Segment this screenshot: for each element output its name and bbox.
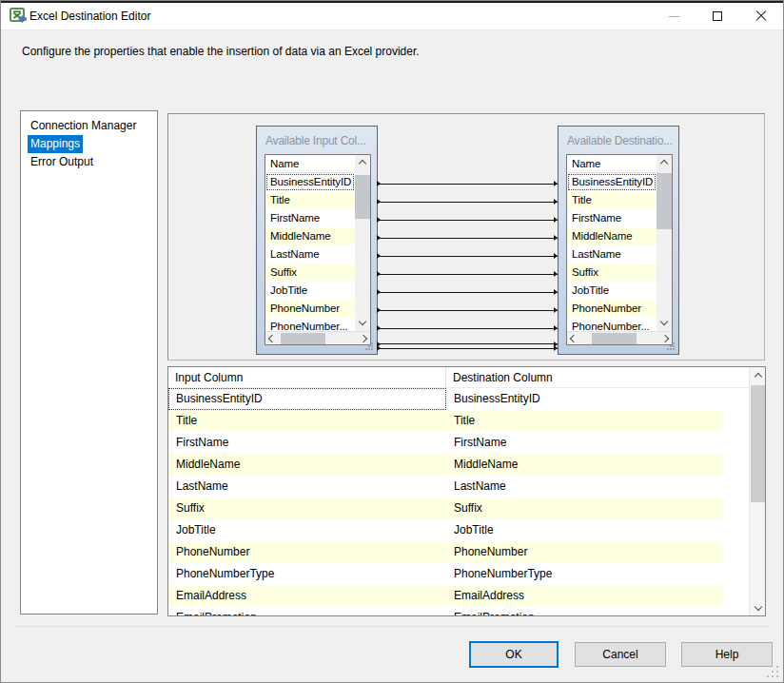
- input-column-cell[interactable]: EmailPromotion: [168, 607, 446, 616]
- scrollbar-thumb[interactable]: [657, 173, 672, 229]
- scroll-up-icon[interactable]: [660, 160, 668, 167]
- input-list-horizontal-scrollbar[interactable]: [265, 331, 370, 344]
- maximize-button[interactable]: [696, 3, 739, 30]
- destination-list-vertical-scrollbar[interactable]: [657, 155, 672, 331]
- scroll-down-icon[interactable]: [755, 603, 762, 611]
- column-item[interactable]: FirstName: [567, 209, 657, 227]
- column-item[interactable]: BusinessEntityID: [567, 173, 657, 191]
- input-column-cell[interactable]: MiddleName: [168, 454, 446, 476]
- destination-column-header[interactable]: Destination Column: [446, 367, 723, 388]
- nav-item-mappings[interactable]: Mappings: [21, 135, 157, 153]
- destination-column-cell[interactable]: Suffix: [446, 498, 723, 519]
- pages-list: Connection ManagerMappingsError Output: [20, 110, 158, 615]
- scroll-up-icon[interactable]: [755, 373, 762, 381]
- nav-item-connection-manager[interactable]: Connection Manager: [21, 117, 157, 135]
- destination-list-horizontal-scrollbar[interactable]: [567, 331, 672, 344]
- mapping-connector-line[interactable]: [378, 292, 558, 293]
- window-resize-grip[interactable]: [767, 666, 779, 678]
- destination-column-cell[interactable]: MiddleName: [446, 454, 723, 476]
- column-item[interactable]: PhoneNumber: [265, 300, 355, 318]
- mapping-connector-line[interactable]: [378, 202, 558, 203]
- column-item[interactable]: PhoneNumber...: [265, 318, 355, 331]
- grid-header: Input Column Destination Column: [168, 367, 750, 388]
- grid-vertical-scrollbar[interactable]: [749, 367, 765, 615]
- destination-column-cell[interactable]: PhoneNumber: [446, 541, 723, 563]
- destination-column-cell[interactable]: EmailAddress: [446, 585, 723, 607]
- column-item[interactable]: LastName: [265, 245, 355, 263]
- destination-column-cell[interactable]: JobTitle: [446, 519, 723, 541]
- mapping-connector-line[interactable]: [378, 348, 558, 349]
- scrollbar-thumb[interactable]: [751, 385, 766, 502]
- nav-item-label: Connection Manager: [28, 117, 139, 135]
- scroll-up-icon[interactable]: [359, 160, 366, 167]
- column-item[interactable]: LastName: [567, 245, 657, 263]
- nav-item-error-output[interactable]: Error Output: [21, 153, 157, 171]
- mapping-connector-line[interactable]: [378, 343, 558, 344]
- available-destination-columns-box[interactable]: Available Destinatio... NameBusinessEnti…: [558, 126, 679, 355]
- scroll-left-icon[interactable]: [268, 335, 276, 342]
- column-item[interactable]: JobTitle: [265, 282, 355, 300]
- mapping-connector-line[interactable]: [378, 184, 558, 185]
- close-button[interactable]: [739, 3, 783, 30]
- column-item[interactable]: FirstName: [265, 209, 355, 227]
- box-resize-grip[interactable]: [667, 342, 676, 351]
- column-item[interactable]: Title: [567, 191, 657, 209]
- mapping-row: JobTitleJobTitle: [168, 519, 723, 541]
- minimize-button[interactable]: [652, 3, 696, 30]
- destination-column-cell[interactable]: Title: [446, 410, 723, 432]
- input-column-cell[interactable]: JobTitle: [168, 519, 446, 541]
- scroll-right-icon[interactable]: [661, 335, 669, 342]
- column-item[interactable]: PhoneNumber: [567, 300, 657, 318]
- destination-column-cell[interactable]: FirstName: [446, 432, 723, 454]
- scroll-down-icon[interactable]: [660, 318, 668, 325]
- column-item[interactable]: Title: [265, 191, 355, 209]
- input-column-cell[interactable]: LastName: [168, 476, 446, 498]
- mapping-row: TitleTitle: [168, 410, 723, 432]
- input-column-cell[interactable]: FirstName: [168, 432, 446, 454]
- column-item[interactable]: PhoneNumber...: [567, 318, 657, 331]
- input-column-cell[interactable]: BusinessEntityID: [168, 388, 446, 410]
- mapping-connector-line[interactable]: [378, 328, 558, 329]
- mapping-connector-line[interactable]: [378, 310, 558, 311]
- column-item[interactable]: BusinessEntityID: [265, 173, 355, 191]
- destination-column-cell[interactable]: EmailPromotion: [446, 607, 723, 616]
- mapping-row: BusinessEntityIDBusinessEntityID: [168, 388, 723, 410]
- available-input-columns-box[interactable]: Available Input Col... NameBusinessEntit…: [256, 126, 378, 355]
- scrollbar-thumb[interactable]: [355, 175, 370, 219]
- column-item[interactable]: Suffix: [265, 263, 355, 282]
- destination-column-cell[interactable]: BusinessEntityID: [446, 388, 723, 410]
- input-column-cell[interactable]: EmailAddress: [168, 585, 446, 607]
- mapping-row: EmailAddressEmailAddress: [168, 585, 723, 607]
- scroll-down-icon[interactable]: [359, 318, 366, 325]
- mapping-connector-line[interactable]: [378, 256, 558, 257]
- scroll-right-icon[interactable]: [360, 335, 367, 342]
- destination-column-cell[interactable]: PhoneNumberType: [446, 563, 723, 585]
- window-title: Excel Destination Editor: [29, 10, 150, 23]
- mapping-diagram-panel: Available Input Col... NameBusinessEntit…: [167, 113, 765, 361]
- maximize-icon: [713, 11, 722, 21]
- scrollbar-thumb[interactable]: [281, 333, 325, 344]
- input-column-cell[interactable]: PhoneNumber: [168, 541, 446, 563]
- column-list-header: Name: [265, 155, 355, 173]
- cancel-button[interactable]: Cancel: [575, 642, 666, 667]
- column-item[interactable]: MiddleName: [567, 227, 657, 245]
- mapping-connector-line[interactable]: [378, 220, 558, 221]
- column-item[interactable]: Suffix: [567, 263, 657, 282]
- mapping-row: EmailPromotionEmailPromotion: [168, 607, 723, 616]
- destination-column-cell[interactable]: LastName: [446, 476, 723, 498]
- ok-button[interactable]: OK: [469, 641, 559, 668]
- input-column-cell[interactable]: PhoneNumberType: [168, 563, 446, 585]
- column-item[interactable]: MiddleName: [265, 227, 355, 245]
- input-column-header[interactable]: Input Column: [168, 367, 446, 388]
- input-list-vertical-scrollbar[interactable]: [355, 155, 370, 331]
- scrollbar-thumb[interactable]: [592, 333, 637, 344]
- column-item[interactable]: JobTitle: [567, 282, 657, 300]
- scroll-left-icon[interactable]: [570, 335, 578, 342]
- mapping-connector-line[interactable]: [378, 274, 558, 275]
- box-resize-grip[interactable]: [365, 342, 374, 351]
- mapping-connector-line[interactable]: [378, 238, 558, 239]
- input-column-cell[interactable]: Title: [168, 410, 446, 432]
- help-button[interactable]: Help: [681, 642, 773, 667]
- minimize-icon: [669, 16, 679, 17]
- input-column-cell[interactable]: Suffix: [168, 498, 446, 519]
